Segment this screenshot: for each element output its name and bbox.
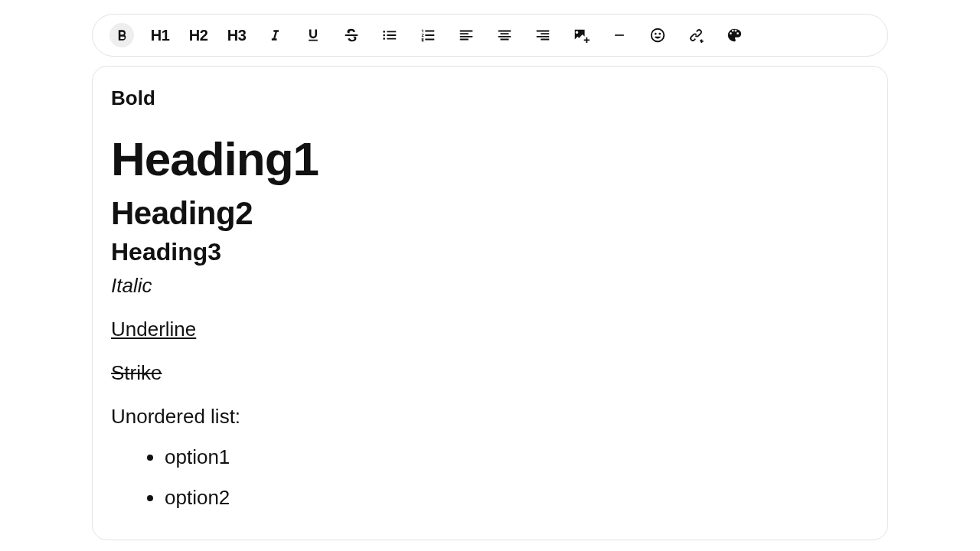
- emoji-button[interactable]: [645, 23, 670, 47]
- align-center-button[interactable]: [492, 23, 517, 47]
- link-button[interactable]: [684, 23, 708, 47]
- h1-label: H1: [151, 27, 170, 44]
- h2-button[interactable]: H2: [186, 23, 211, 47]
- underline-button[interactable]: [301, 23, 325, 47]
- underline-icon: [305, 28, 321, 43]
- strike-button[interactable]: [339, 23, 364, 47]
- ordered-list-button[interactable]: [416, 23, 440, 47]
- list-bullet-icon: [381, 27, 398, 44]
- align-left-icon: [458, 27, 475, 44]
- align-right-button[interactable]: [531, 23, 555, 47]
- unordered-list[interactable]: option1 option2: [111, 445, 869, 510]
- editor-container: Bold Heading1 Heading2 Heading3 Italic U…: [92, 66, 888, 540]
- link-add-icon: [688, 27, 704, 44]
- h1-button[interactable]: H1: [148, 23, 172, 47]
- bold-button[interactable]: [109, 23, 134, 47]
- toolbar: H1 H2 H3: [92, 14, 888, 57]
- text-italic[interactable]: Italic: [111, 274, 869, 298]
- text-ul-label[interactable]: Unordered list:: [111, 405, 869, 429]
- text-bold[interactable]: Bold: [111, 86, 869, 110]
- text-underline[interactable]: Underline: [111, 318, 869, 341]
- h2-label: H2: [189, 27, 208, 44]
- editor-content[interactable]: Bold Heading1 Heading2 Heading3 Italic U…: [93, 67, 887, 540]
- text-heading1[interactable]: Heading1: [111, 132, 869, 186]
- horizontal-rule-button[interactable]: [607, 23, 632, 47]
- align-left-button[interactable]: [454, 23, 479, 47]
- align-center-icon: [496, 27, 513, 44]
- palette-icon: [726, 27, 743, 44]
- smile-icon: [649, 27, 666, 44]
- minus-icon: [612, 28, 627, 43]
- list-numbered-icon: [420, 27, 436, 44]
- unordered-list-button[interactable]: [377, 23, 402, 47]
- italic-button[interactable]: [263, 23, 287, 47]
- color-button[interactable]: [722, 23, 746, 47]
- bold-icon: [114, 28, 129, 43]
- h3-label: H3: [227, 27, 247, 44]
- align-right-icon: [534, 27, 551, 44]
- h3-button[interactable]: H3: [224, 23, 249, 47]
- italic-icon: [267, 28, 283, 43]
- image-add-icon: [573, 27, 590, 44]
- text-heading3[interactable]: Heading3: [111, 238, 869, 266]
- list-item[interactable]: option1: [165, 445, 869, 469]
- image-button[interactable]: [569, 23, 593, 47]
- strike-icon: [343, 27, 360, 44]
- text-heading2[interactable]: Heading2: [111, 195, 869, 232]
- text-strike[interactable]: Strike: [111, 361, 869, 385]
- list-item[interactable]: option2: [165, 486, 869, 510]
